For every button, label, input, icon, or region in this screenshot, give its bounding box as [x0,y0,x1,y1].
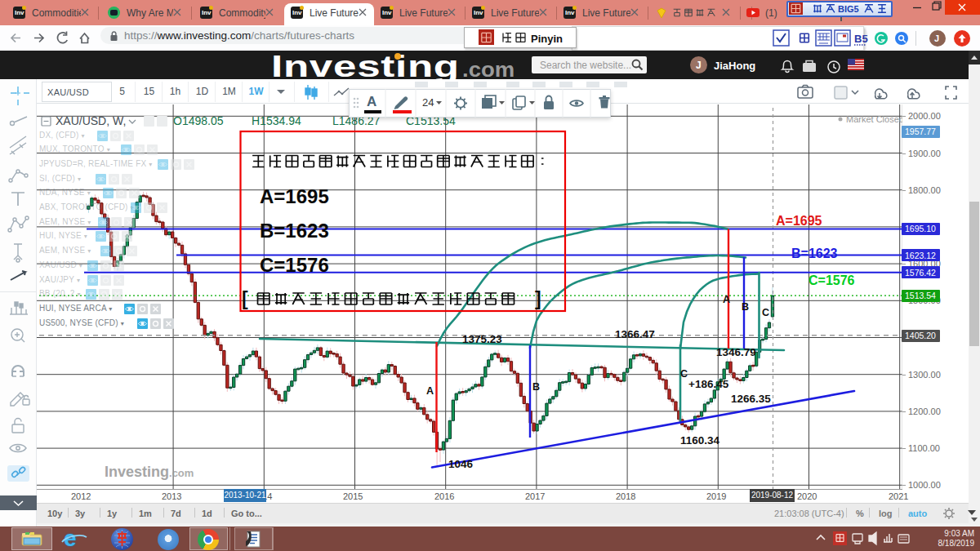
svg-text:1366.47: 1366.47 [615,328,655,340]
svg-text:1375.23: 1375.23 [462,333,502,345]
svg-text:A: A [426,385,434,397]
svg-text:B5: B5 [854,33,868,45]
svg-text:C: C [680,368,688,380]
svg-text:+186.45: +186.45 [688,378,729,390]
svg-text:1266.35: 1266.35 [731,393,771,405]
svg-text:C=1576: C=1576 [808,273,855,287]
svg-text:A=1695: A=1695 [776,214,822,228]
svg-text:B=1623: B=1623 [260,220,329,242]
svg-text:C: C [762,307,769,318]
svg-text:Market Closed: Market Closed [846,114,904,124]
svg-text:A=1695: A=1695 [260,185,329,207]
svg-text:1160.34: 1160.34 [680,434,720,447]
svg-text:1046: 1046 [448,458,474,470]
svg-text:Investing.com: Investing.com [105,464,194,480]
svg-text:1346.79: 1346.79 [716,346,756,358]
svg-text:A: A [723,294,730,305]
svg-text:A: A [367,94,376,109]
svg-text:B: B [532,381,540,393]
svg-text:[: [ [242,288,248,309]
svg-text:B=1623: B=1623 [791,247,838,260]
svg-text:B: B [742,301,749,313]
svg-text:H1534.94: H1534.94 [252,114,301,127]
svg-text:]: ] [535,288,541,309]
svg-text:O1498.05: O1498.05 [173,114,224,127]
svg-text:XAU/USD, W,: XAU/USD, W, [56,114,126,127]
svg-text:C=1576: C=1576 [260,254,329,276]
svg-text:24: 24 [422,96,434,109]
svg-text:Pinyin: Pinyin [531,33,563,45]
